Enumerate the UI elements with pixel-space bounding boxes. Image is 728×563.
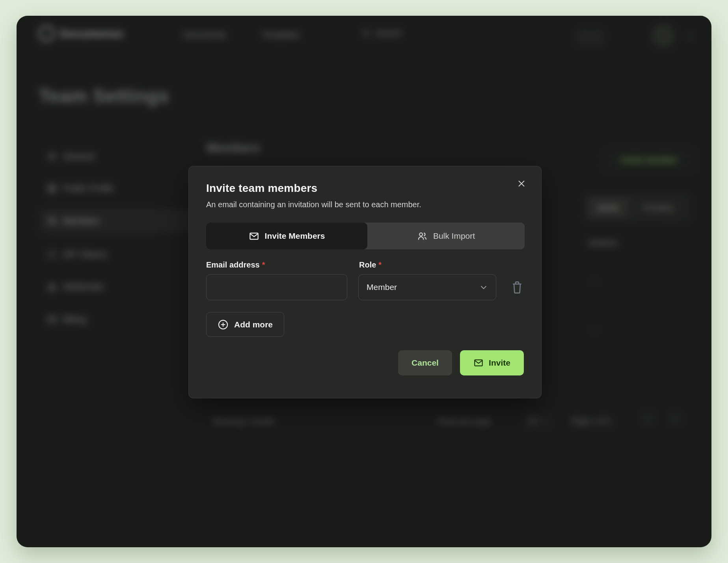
role-label-text: Role	[359, 260, 376, 269]
role-select-value: Member	[367, 282, 397, 292]
app-window: Documenso Documents Templates Search Tea…	[17, 16, 711, 547]
invite-row: Member	[206, 274, 524, 300]
dialog-title: Invite team members	[206, 182, 524, 195]
email-label-text: Email address	[206, 260, 260, 269]
remove-row-button[interactable]	[510, 280, 524, 295]
invite-button[interactable]: Invite	[460, 350, 524, 375]
required-asterisk: *	[378, 260, 382, 269]
chevron-down-icon	[479, 283, 488, 292]
add-more-label: Add more	[234, 320, 273, 329]
dialog-subtitle: An email containing an invitation will b…	[206, 200, 524, 209]
cancel-button[interactable]: Cancel	[398, 350, 452, 375]
add-more-button[interactable]: Add more	[206, 312, 284, 337]
role-label: Role*	[359, 260, 512, 269]
invite-mode-tabs: Invite Members Bulk Import	[206, 223, 525, 249]
email-address-label: Email address*	[206, 260, 359, 269]
users-icon	[417, 231, 428, 242]
tab-invite-members[interactable]: Invite Members	[206, 223, 367, 249]
trash-icon	[511, 280, 523, 294]
tab-label: Bulk Import	[433, 231, 475, 241]
close-icon	[517, 179, 526, 188]
invite-button-label: Invite	[489, 358, 510, 368]
mail-icon	[249, 231, 259, 242]
required-asterisk: *	[262, 260, 265, 269]
tab-bulk-import[interactable]: Bulk Import	[367, 223, 525, 249]
mail-icon	[473, 358, 484, 368]
dialog-footer: Cancel Invite	[206, 350, 524, 375]
role-select[interactable]: Member	[358, 274, 496, 300]
plus-circle-icon	[218, 319, 229, 330]
field-labels-row: Email address* Role*	[206, 260, 524, 269]
tab-label: Invite Members	[265, 231, 325, 241]
email-input[interactable]	[206, 274, 347, 300]
close-button[interactable]	[516, 178, 527, 189]
invite-team-members-dialog: Invite team members An email containing …	[188, 166, 542, 398]
